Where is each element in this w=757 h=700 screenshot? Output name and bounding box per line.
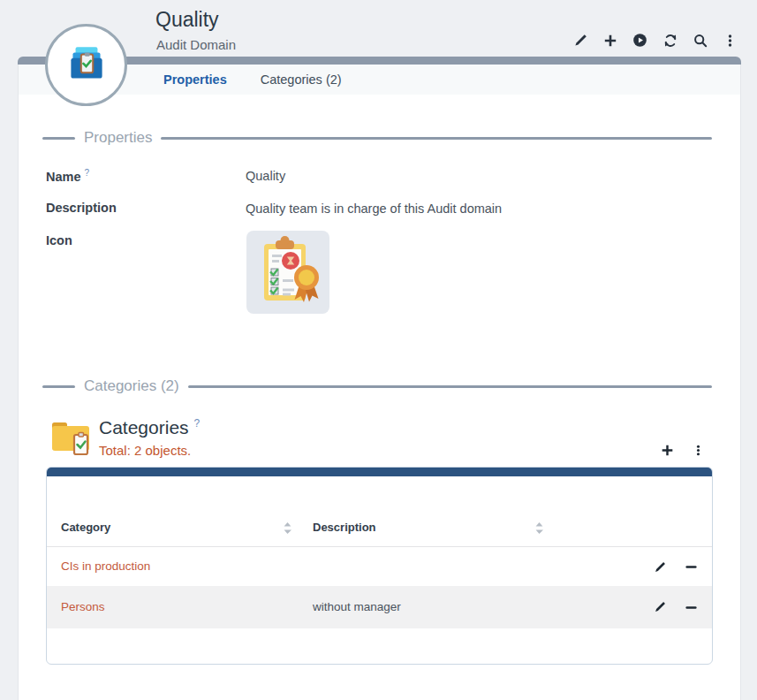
search-icon[interactable] xyxy=(693,33,708,48)
categories-help-icon[interactable]: ? xyxy=(193,417,200,430)
row-actions xyxy=(653,586,698,628)
properties-legend: Properties xyxy=(42,128,712,148)
name-label: Name ? xyxy=(46,168,89,184)
legend-line xyxy=(161,137,712,140)
remove-row-minus-icon[interactable] xyxy=(685,601,698,614)
legend-line xyxy=(188,385,712,388)
field-description: Description Quality team is in charge of… xyxy=(46,201,705,218)
table-header: Category Description xyxy=(47,468,712,547)
description-cell: without manager xyxy=(313,600,401,613)
description-label: Description xyxy=(46,201,117,215)
add-plus-icon[interactable] xyxy=(602,33,617,48)
sort-icon-category[interactable] xyxy=(284,521,291,537)
column-header-category[interactable]: Category xyxy=(61,521,110,534)
archive-box-clipboard-icon xyxy=(61,40,112,91)
categories-menu-kebab-icon[interactable] xyxy=(691,443,706,458)
tabs: Properties Categories (2) xyxy=(163,72,342,87)
column-header-description[interactable]: Description xyxy=(313,521,376,534)
categories-actions xyxy=(660,443,706,458)
name-help-icon[interactable]: ? xyxy=(85,168,90,178)
sort-icon-description[interactable] xyxy=(535,521,543,537)
more-menu-kebab-icon[interactable] xyxy=(723,33,738,48)
icon-preview-image xyxy=(246,231,329,314)
field-name: Name ? Quality xyxy=(46,168,705,186)
categories-legend: Categories (2) xyxy=(42,377,712,396)
categories-legend-label: Categories (2) xyxy=(84,377,179,395)
categories-total-count: Total: 2 objects. xyxy=(99,443,191,458)
category-link[interactable]: Persons xyxy=(61,600,105,613)
name-value: Quality xyxy=(246,169,285,183)
tab-categories[interactable]: Categories (2) xyxy=(261,72,342,87)
object-details-page: Quality Audit Domain xyxy=(0,0,757,700)
page-subtitle: Audit Domain xyxy=(156,37,236,52)
description-value: Quality team is in charge of this Audit … xyxy=(246,202,502,216)
certificate-clipboard-image xyxy=(246,231,329,314)
add-category-plus-icon[interactable] xyxy=(660,443,675,458)
legend-dash xyxy=(42,137,75,140)
edit-row-pencil-icon[interactable] xyxy=(653,560,666,574)
categories-folder-icon xyxy=(50,418,91,460)
row-actions xyxy=(653,548,698,586)
table-row: Persons without manager xyxy=(47,586,712,628)
tab-properties[interactable]: Properties xyxy=(163,72,227,87)
categories-table: Category Description CIs in production xyxy=(46,467,713,665)
properties-legend-label: Properties xyxy=(84,129,152,147)
category-link[interactable]: CIs in production xyxy=(61,559,150,573)
edit-pencil-icon[interactable] xyxy=(572,33,587,48)
categories-block-title: Categories ? xyxy=(99,417,200,438)
remove-row-minus-icon[interactable] xyxy=(685,560,698,574)
refresh-icon[interactable] xyxy=(662,33,678,48)
page-title: Quality xyxy=(155,8,219,32)
content-panel: Properties Categories (2) Properties Nam… xyxy=(18,65,741,700)
audit-domain-avatar xyxy=(45,24,127,106)
edit-row-pencil-icon[interactable] xyxy=(653,601,666,614)
field-icon: Icon xyxy=(46,233,705,251)
run-play-icon[interactable] xyxy=(632,33,647,48)
table-row: CIs in production xyxy=(47,548,712,586)
legend-dash xyxy=(42,385,75,388)
header-toolbar xyxy=(572,33,738,48)
icon-label: Icon xyxy=(46,233,72,247)
